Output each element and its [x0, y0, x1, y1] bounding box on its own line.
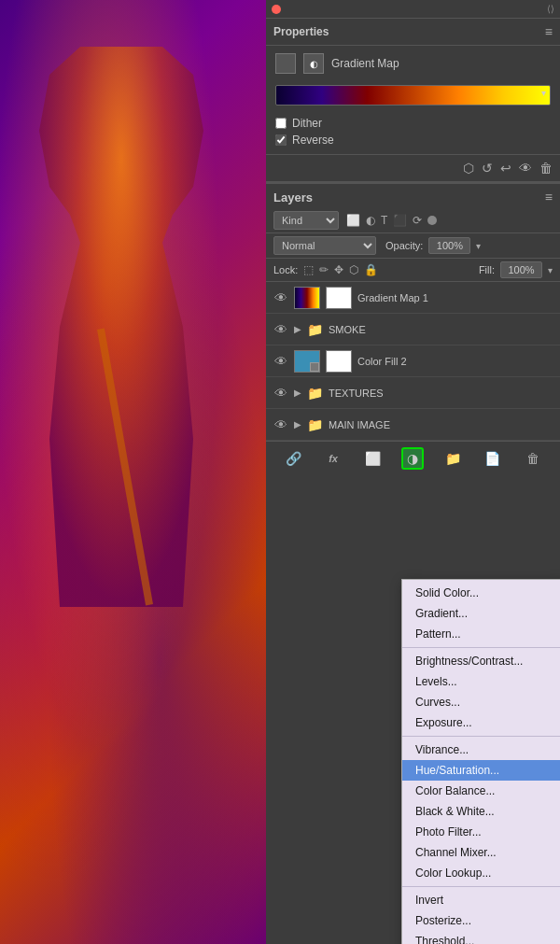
- layer-mask-thumb: [326, 287, 352, 309]
- fill-label: Fill:: [479, 264, 495, 275]
- checkboxes-row: Dither Reverse: [266, 113, 560, 154]
- layer-name-smoke: SMOKE: [329, 324, 553, 335]
- gradient-bar-container: [266, 81, 560, 113]
- layer-row-textures[interactable]: 👁 ▶ 📁 TEXTURES: [266, 377, 560, 409]
- menu-item-threshold[interactable]: Threshold...: [402, 931, 560, 944]
- adjustment-filter-icon[interactable]: ◐: [366, 214, 375, 227]
- layer-name-textures: TEXTURES: [329, 387, 553, 399]
- menu-item-exposure[interactable]: Exposure...: [402, 712, 560, 733]
- link-layers-icon[interactable]: 🔗: [282, 447, 304, 470]
- menu-item-vibrance[interactable]: Vibrance...: [402, 740, 560, 760]
- background-image: [0, 0, 266, 944]
- menu-item-color-balance[interactable]: Color Balance...: [402, 781, 560, 801]
- layers-panel: Layers ≡ Kind ⬜ ◐ T ⬛ ⟳ Normal Multiply …: [266, 182, 560, 475]
- menu-section-color: Vibrance... Hue/Saturation... Color Bala…: [402, 737, 560, 887]
- menu-item-photo-filter[interactable]: Photo Filter...: [402, 822, 560, 842]
- main-image-expand-arrow[interactable]: ▶: [294, 419, 301, 430]
- reverse-checkbox[interactable]: [275, 134, 287, 146]
- menu-item-hue-saturation[interactable]: Hue/Saturation...: [402, 760, 560, 781]
- adjustment-layer-icon[interactable]: ◑: [401, 447, 424, 470]
- textures-folder-icon: 📁: [307, 386, 323, 401]
- menu-item-pattern[interactable]: Pattern...: [402, 624, 560, 644]
- layer-row-smoke[interactable]: 👁 ▶ 📁 SMOKE: [266, 314, 560, 345]
- properties-toolbar: ⬡ ↺ ↩ 👁 🗑: [266, 154, 560, 181]
- eye-icon-gradient-map[interactable]: 👁: [273, 290, 288, 305]
- menu-section-fill: Solid Color... Gradient... Pattern...: [402, 580, 560, 648]
- menu-item-posterize[interactable]: Posterize...: [402, 910, 560, 931]
- menu-section-special: Invert Posterize... Threshold... Gradien…: [402, 887, 560, 944]
- new-layer-icon[interactable]: 📄: [482, 447, 504, 470]
- layer-row-gradient-map[interactable]: 👁 Gradient Map 1: [266, 282, 560, 314]
- textures-expand-arrow[interactable]: ▶: [294, 387, 301, 398]
- clip-layer-icon[interactable]: ⬡: [463, 161, 474, 176]
- eye-icon-textures[interactable]: 👁: [273, 386, 288, 401]
- kind-filter-row: Kind ⬜ ◐ T ⬛ ⟳: [266, 208, 560, 233]
- delete-icon[interactable]: 🗑: [539, 161, 553, 176]
- lock-artboard-icon[interactable]: ⬡: [349, 263, 358, 276]
- layer-row-color-fill[interactable]: 👁 Color Fill 2: [266, 345, 560, 377]
- opacity-label: Opacity:: [385, 240, 423, 251]
- menu-item-channel-mixer[interactable]: Channel Mixer...: [402, 842, 560, 863]
- fill-input[interactable]: [500, 261, 542, 278]
- window-controls: ⟨⟩: [266, 0, 560, 19]
- view-icon[interactable]: 👁: [519, 161, 532, 176]
- lock-label: Lock:: [273, 264, 298, 275]
- delete-layer-icon[interactable]: 🗑: [522, 447, 544, 470]
- gradient-map-label: Gradient Map: [331, 57, 399, 70]
- filter-toggle-dot[interactable]: [427, 216, 437, 225]
- dither-checkbox[interactable]: [275, 118, 287, 129]
- type-filter-icon[interactable]: T: [381, 214, 387, 227]
- main-image-folder-icon: 📁: [307, 417, 323, 432]
- properties-title: Properties: [273, 25, 329, 38]
- menu-item-gradient[interactable]: Gradient...: [402, 603, 560, 624]
- gradient-bar[interactable]: [275, 85, 551, 106]
- layer-mask-color-fill: [326, 350, 352, 373]
- opacity-arrow-icon[interactable]: ▾: [476, 241, 481, 251]
- layer-name-color-fill: Color Fill 2: [357, 356, 553, 367]
- eye-icon-main-image[interactable]: 👁: [273, 417, 288, 432]
- kind-select[interactable]: Kind: [273, 211, 339, 230]
- adjustment-dropdown-menu: Solid Color... Gradient... Pattern... Br…: [401, 579, 560, 944]
- smoke-expand-arrow[interactable]: ▶: [294, 324, 301, 334]
- lock-move-icon[interactable]: ✥: [334, 263, 343, 276]
- layers-header: Layers ≡: [266, 184, 560, 208]
- lock-all-icon[interactable]: 🔒: [364, 263, 378, 276]
- menu-item-black-white[interactable]: Black & White...: [402, 801, 560, 822]
- eye-icon-smoke[interactable]: 👁: [273, 322, 288, 337]
- layer-name-gradient-map: Gradient Map 1: [357, 292, 553, 303]
- history-icon[interactable]: ↺: [482, 161, 493, 176]
- dither-checkbox-row: Dither: [275, 117, 551, 130]
- menu-item-levels[interactable]: Levels...: [402, 671, 560, 692]
- properties-header: Properties ≡: [266, 19, 560, 46]
- smoke-folder-icon: 📁: [307, 322, 323, 337]
- shape-filter-icon[interactable]: ⬛: [393, 214, 407, 227]
- properties-menu-icon[interactable]: ≡: [545, 24, 553, 39]
- fx-icon[interactable]: fx: [322, 447, 344, 470]
- blend-mode-row: Normal Multiply Screen Overlay Opacity: …: [266, 233, 560, 259]
- reset-icon[interactable]: ↩: [500, 161, 511, 176]
- opacity-input[interactable]: [428, 237, 470, 254]
- person-silhouette: [19, 47, 224, 607]
- add-mask-icon[interactable]: ⬜: [362, 447, 385, 470]
- fill-arrow-icon[interactable]: ▾: [548, 265, 553, 275]
- menu-item-invert[interactable]: Invert: [402, 890, 560, 910]
- eye-icon-color-fill[interactable]: 👁: [273, 354, 288, 369]
- smart-filter-icon[interactable]: ⟳: [413, 214, 422, 227]
- menu-item-curves[interactable]: Curves...: [402, 692, 560, 712]
- lock-paint-icon[interactable]: ✏: [319, 263, 329, 276]
- close-button[interactable]: [272, 5, 281, 14]
- layer-row-main-image[interactable]: 👁 ▶ 📁 MAIN IMAGE: [266, 409, 560, 441]
- filter-icons: ⬜ ◐ T ⬛ ⟳: [346, 214, 437, 227]
- menu-item-solid-color[interactable]: Solid Color...: [402, 583, 560, 603]
- menu-item-brightness-contrast[interactable]: Brightness/Contrast...: [402, 651, 560, 671]
- lock-icons: ⬚ ✏ ✥ ⬡ 🔒: [303, 263, 378, 276]
- new-group-icon[interactable]: 📁: [441, 447, 464, 470]
- blend-mode-select[interactable]: Normal Multiply Screen Overlay: [273, 236, 376, 255]
- layers-title: Layers: [273, 190, 313, 204]
- pixel-filter-icon[interactable]: ⬜: [346, 214, 360, 227]
- layer-thumb-color-fill: [294, 350, 320, 373]
- layers-menu-icon[interactable]: ≡: [545, 190, 553, 204]
- lock-transparent-icon[interactable]: ⬚: [303, 263, 314, 276]
- collapse-icon[interactable]: ⟨⟩: [547, 4, 554, 14]
- menu-item-color-lookup[interactable]: Color Lookup...: [402, 863, 560, 883]
